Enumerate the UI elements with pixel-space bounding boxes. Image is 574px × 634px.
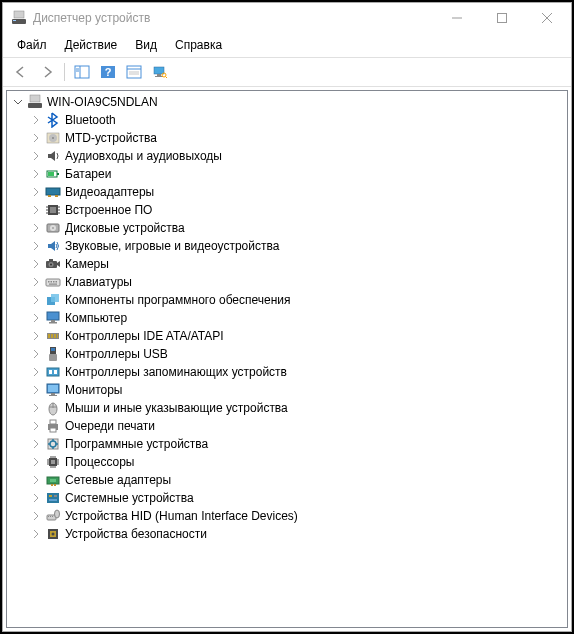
menu-action[interactable]: Действие — [57, 35, 126, 55]
tree-row[interactable]: Видеоадаптеры — [27, 183, 565, 201]
security-icon — [45, 526, 61, 542]
back-button[interactable] — [9, 61, 33, 83]
tree-row[interactable]: Звуковые, игровые и видеоустройства — [27, 237, 565, 255]
category-label: Звуковые, игровые и видеоустройства — [65, 239, 279, 253]
software-device-icon — [45, 436, 61, 452]
menu-file[interactable]: Файл — [9, 35, 55, 55]
keyboard-icon — [45, 274, 61, 290]
expander-icon[interactable] — [29, 149, 43, 163]
maximize-button[interactable] — [479, 4, 524, 33]
forward-button[interactable] — [35, 61, 59, 83]
tree-row[interactable]: Аудиовходы и аудиовыходы — [27, 147, 565, 165]
tree-row[interactable]: Дисковые устройства — [27, 219, 565, 237]
tree-row[interactable]: Сетевые адаптеры — [27, 471, 565, 489]
tree-row[interactable]: Камеры — [27, 255, 565, 273]
expander-icon[interactable] — [29, 347, 43, 361]
ide-icon — [45, 328, 61, 344]
properties-button[interactable] — [122, 61, 146, 83]
tree-row[interactable]: Мыши и иные указывающие устройства — [27, 399, 565, 417]
menu-help[interactable]: Справка — [167, 35, 230, 55]
expander-icon[interactable] — [29, 311, 43, 325]
system-device-icon — [45, 490, 61, 506]
expander-icon[interactable] — [29, 419, 43, 433]
tree-row[interactable]: Контроллеры IDE ATA/ATAPI — [27, 327, 565, 345]
close-button[interactable] — [524, 4, 569, 33]
category-label: Устройства безопасности — [65, 527, 207, 541]
tree-row[interactable]: Компоненты программного обеспечения — [27, 291, 565, 309]
minimize-button[interactable] — [434, 4, 479, 33]
tree-row[interactable]: Мониторы — [27, 381, 565, 399]
expander-icon[interactable] — [29, 293, 43, 307]
device-tree[interactable]: WIN-OIA9C5NDLAN BluetoothMTD-устройстваА… — [6, 90, 568, 628]
monitor-icon — [45, 382, 61, 398]
expander-icon[interactable] — [29, 437, 43, 451]
expander-icon[interactable] — [29, 257, 43, 271]
category-label: Батареи — [65, 167, 111, 181]
expander-icon[interactable] — [29, 365, 43, 379]
window-title: Диспетчер устройств — [33, 11, 434, 25]
menubar: Файл Действие Вид Справка — [3, 33, 571, 57]
category-label: Видеоадаптеры — [65, 185, 154, 199]
expander-icon[interactable] — [29, 527, 43, 541]
tree-row[interactable]: Bluetooth — [27, 111, 565, 129]
svg-rect-4 — [497, 14, 506, 23]
computer-icon — [45, 310, 61, 326]
tree-row[interactable]: Устройства безопасности — [27, 525, 565, 543]
expander-icon[interactable] — [29, 221, 43, 235]
tree-row[interactable]: Клавиатуры — [27, 273, 565, 291]
tree-row[interactable]: WIN-OIA9C5NDLAN — [9, 93, 565, 111]
svg-rect-18 — [157, 74, 161, 76]
expander-icon[interactable] — [29, 455, 43, 469]
toolbar: ? — [3, 57, 571, 87]
expander-icon[interactable] — [11, 95, 25, 109]
category-label: Контроллеры IDE ATA/ATAPI — [65, 329, 224, 343]
expander-icon[interactable] — [29, 401, 43, 415]
menu-view[interactable]: Вид — [127, 35, 165, 55]
category-label: Компьютер — [65, 311, 127, 325]
tree-row[interactable]: Процессоры — [27, 453, 565, 471]
sound-icon — [45, 238, 61, 254]
tree-row[interactable]: Системные устройства — [27, 489, 565, 507]
svg-rect-23 — [28, 103, 42, 108]
expander-icon[interactable] — [29, 113, 43, 127]
category-label: Аудиовходы и аудиовыходы — [65, 149, 222, 163]
expander-icon[interactable] — [29, 473, 43, 487]
svg-rect-2 — [13, 20, 16, 21]
titlebar: Диспетчер устройств — [3, 3, 571, 33]
expander-icon[interactable] — [29, 329, 43, 343]
category-label: Контроллеры запоминающих устройств — [65, 365, 287, 379]
expander-icon[interactable] — [29, 275, 43, 289]
category-label: Процессоры — [65, 455, 135, 469]
tree-row[interactable]: Компьютер — [27, 309, 565, 327]
app-icon — [11, 10, 27, 26]
help-button[interactable]: ? — [96, 61, 120, 83]
computer-icon — [27, 94, 43, 110]
category-label: Встроенное ПО — [65, 203, 152, 217]
expander-icon[interactable] — [29, 509, 43, 523]
expander-icon[interactable] — [29, 239, 43, 253]
category-label: MTD-устройства — [65, 131, 157, 145]
svg-rect-22 — [30, 95, 40, 102]
expander-icon[interactable] — [29, 383, 43, 397]
expander-icon[interactable] — [29, 167, 43, 181]
category-label: Очереди печати — [65, 419, 155, 433]
battery-icon — [45, 166, 61, 182]
expander-icon[interactable] — [29, 185, 43, 199]
tree-row[interactable]: Батареи — [27, 165, 565, 183]
disk-icon — [45, 220, 61, 236]
scan-hardware-button[interactable] — [148, 61, 172, 83]
tree-row[interactable]: Программные устройства — [27, 435, 565, 453]
tree-row[interactable]: Устройства HID (Human Interface Devices) — [27, 507, 565, 525]
expander-icon[interactable] — [29, 491, 43, 505]
expander-icon[interactable] — [29, 131, 43, 145]
category-label: Bluetooth — [65, 113, 116, 127]
tree-row[interactable]: MTD-устройства — [27, 129, 565, 147]
show-hide-console-tree-button[interactable] — [70, 61, 94, 83]
expander-icon[interactable] — [29, 203, 43, 217]
processor-icon — [45, 454, 61, 470]
tree-row[interactable]: Встроенное ПО — [27, 201, 565, 219]
tree-row[interactable]: Очереди печати — [27, 417, 565, 435]
tree-row[interactable]: Контроллеры USB — [27, 345, 565, 363]
tree-row[interactable]: Контроллеры запоминающих устройств — [27, 363, 565, 381]
category-label: Устройства HID (Human Interface Devices) — [65, 509, 298, 523]
